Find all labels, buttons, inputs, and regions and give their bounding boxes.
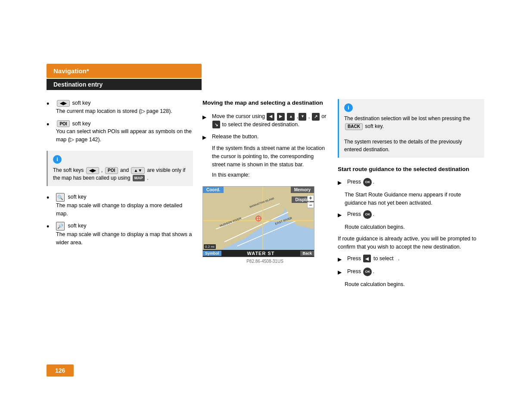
softkey-label: soft key	[72, 100, 90, 106]
bullet-content: 🔎 soft key The map scale will change to …	[56, 222, 193, 247]
symbol-button[interactable]: Symbol	[203, 251, 221, 256]
softkey-badge: BACK	[345, 123, 363, 130]
zoom-in-desc: The map scale will change to display a m…	[56, 202, 182, 217]
mid-col-title: Moving the map and selecting a destinati…	[202, 99, 327, 107]
softkey-inline: POI	[105, 167, 118, 174]
map-credit: P82.86-4508-31US	[202, 259, 327, 264]
list-item: The Start Route Guidance menu appears if…	[345, 191, 484, 207]
left-arrow-icon: ◀	[267, 113, 274, 121]
step-content: Move the cursor using ◀ ▶ ▲ ,▼ , ↗ or ↘ …	[212, 112, 327, 129]
list-item: • 🔍 soft key The map scale will change t…	[47, 193, 193, 218]
right-info-box: i The destination selection will be lost…	[338, 99, 484, 158]
right-column: i The destination selection will be lost…	[338, 99, 484, 292]
ok-button-icon: OK	[363, 210, 372, 219]
zoom-bullet-list: • 🔍 soft key The map scale will change t…	[47, 193, 193, 247]
softkey-badge: POI	[57, 120, 70, 127]
list-item: • ◀▶ soft key The current map location i…	[47, 99, 193, 115]
bullet-content: 🔍 soft key The map scale will change to …	[56, 193, 193, 218]
list-item: If route guidance is already active, you…	[338, 235, 484, 251]
softkey-inline: ◀▶	[86, 167, 99, 174]
info-box: i The soft keys ◀▶ , POI and ▲▼ are visi…	[47, 151, 193, 186]
info-icon: i	[344, 103, 353, 112]
map-top-bar: Coord. Memory	[203, 187, 314, 193]
list-item: ▶ Release the button. If the system find…	[202, 133, 327, 182]
list-item: ▶ Press ◀ to select .	[338, 255, 484, 263]
step-content: The Start Route Guidance menu appears if…	[345, 191, 484, 207]
info-text: The destination selection will be lost w…	[344, 115, 479, 153]
list-item: ▶ Press OK.	[338, 268, 484, 276]
step-arrow-icon: ▶	[338, 255, 345, 263]
down-arrow-icon: ▼	[299, 113, 306, 121]
distance-value: 0.2 mi	[205, 245, 215, 249]
bullet-dot: •	[47, 223, 53, 230]
info-text2: The system reverses to the details of th…	[344, 139, 462, 153]
coord-button[interactable]: Coord.	[203, 187, 224, 193]
list-item: ▶ Press OK.	[338, 178, 484, 187]
bullet-content: ◀▶ soft key The current map location is …	[56, 99, 193, 115]
map-container: HUDSON RIVER EAST RIVER MANHATTAN ISLAND…	[202, 186, 314, 257]
up-arrow-icon: ▲	[287, 113, 295, 121]
info-text1b: soft key.	[364, 123, 384, 129]
road-name-label: WATER ST	[221, 251, 301, 256]
page: Navigation* Destination entry • ◀▶ soft …	[0, 0, 532, 411]
step-content: Route calculation begins.	[345, 223, 484, 231]
list-item: • POI soft key You can select which POIs…	[47, 120, 193, 144]
page-number: 126	[47, 364, 74, 377]
list-item: ▶ Press OK.	[338, 210, 484, 219]
step-content: Route calculation begins.	[345, 280, 484, 289]
ok-button-icon: OK	[363, 268, 372, 276]
map-icon: MAP	[133, 175, 145, 182]
info-icon: i	[53, 155, 62, 164]
step-content: Press ◀ to select .	[347, 255, 484, 263]
step-content: If route guidance is already active, you…	[338, 235, 484, 251]
step-content: Release the button. If the system finds …	[212, 133, 327, 182]
bullet-dot: •	[47, 121, 53, 128]
left-column: • ◀▶ soft key The current map location i…	[47, 99, 193, 251]
list-item: Route calculation begins.	[345, 223, 484, 231]
nav-header: Navigation* Destination entry	[47, 64, 202, 90]
step-arrow-icon: ▶	[338, 268, 345, 276]
right-arrow-icon: ▶	[277, 113, 285, 121]
ok-button-icon: OK	[363, 178, 372, 187]
list-item: Route calculation begins.	[345, 280, 484, 289]
step-arrow-icon: ▶	[338, 179, 345, 187]
bullet-dot: •	[47, 100, 53, 108]
nav-title: Navigation*	[47, 64, 202, 78]
step-arrow-icon: ▶	[338, 211, 345, 219]
map-right-bar: + −	[307, 195, 314, 209]
softkey-badge: ◀▶	[57, 100, 70, 107]
bullet-list: • ◀▶ soft key The current map location i…	[47, 99, 193, 144]
zoom-out-label: soft key	[68, 223, 86, 229]
softkey-label: soft key	[72, 121, 90, 127]
diag-arrow-icon2: ↘	[212, 121, 220, 128]
map-bottom-bar: Symbol WATER ST Back	[203, 250, 314, 257]
zoom-in-label: soft key	[68, 194, 86, 200]
zoom-minus-button[interactable]: −	[307, 202, 314, 208]
list-item: • 🔎 soft key The map scale will change t…	[47, 222, 193, 247]
step-para: If the system finds a street name at the…	[212, 144, 327, 168]
memory-button[interactable]: Memory	[291, 187, 314, 193]
left-arrow-button-icon: ◀	[363, 255, 371, 262]
diag-arrow-icon1: ↗	[312, 113, 320, 121]
step-text: Release the button.	[212, 134, 258, 140]
step-arrow-icon: ▶	[202, 134, 209, 141]
zoom-out-icon: 🔎	[56, 222, 65, 230]
start-route-title: Start route guidance to the selected des…	[338, 165, 484, 174]
zoom-in-icon: 🔍	[56, 193, 65, 202]
softkey-inline: ▲▼	[131, 167, 145, 174]
bullet-content: POI soft key You can select which POIs w…	[56, 120, 193, 144]
bullet-desc: You can select which POIs will appear as…	[56, 128, 192, 143]
info-text: The soft keys ◀▶ , POI and ▲▼ are visibl…	[53, 166, 188, 182]
mid-column: Moving the map and selecting a destinati…	[202, 99, 327, 264]
list-item: ▶ Move the cursor using ◀ ▶ ▲ ,▼ , ↗ or …	[202, 112, 327, 129]
step-arrow-icon: ▶	[202, 113, 209, 121]
step-list: ▶ Move the cursor using ◀ ▶ ▲ ,▼ , ↗ or …	[202, 112, 327, 182]
distance-label: 0.2 mi	[204, 244, 216, 249]
info-text1: The destination selection will be lost w…	[344, 115, 470, 121]
step-content: Press OK.	[347, 268, 484, 276]
section-title: Destination entry	[47, 79, 202, 90]
bullet-dot: •	[47, 194, 53, 202]
zoom-plus-button[interactable]: +	[307, 195, 314, 201]
back-button[interactable]: Back	[300, 251, 314, 256]
step-content: Press OK.	[347, 178, 484, 187]
